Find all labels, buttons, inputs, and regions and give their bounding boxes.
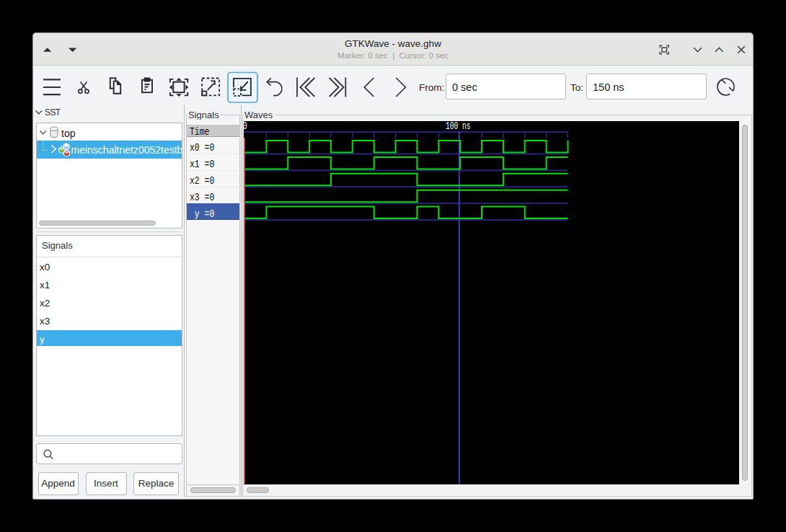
svg-text:100 ns: 100 ns (446, 121, 471, 132)
svg-text:0: 0 (244, 121, 247, 132)
